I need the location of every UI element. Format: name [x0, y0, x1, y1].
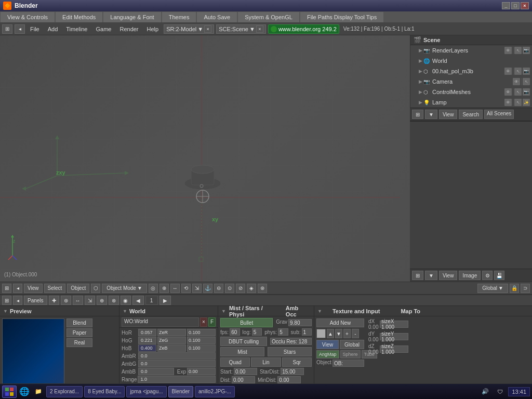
panel-icon-4[interactable]: ⇲	[85, 296, 95, 305]
taskbar-folder-icon[interactable]: 📁	[32, 385, 45, 398]
props-view-btn[interactable]: View	[439, 271, 458, 280]
select-icon-hat[interactable]: ↖	[514, 68, 522, 75]
menu-render[interactable]: Render	[116, 26, 141, 32]
panel-icon-1[interactable]: ✚	[49, 296, 59, 305]
add-new-btn[interactable]: Add New	[316, 318, 364, 327]
phys-field[interactable]: 5	[278, 328, 288, 336]
sqr-btn[interactable]: Sqr	[282, 357, 312, 367]
eye-icon-cam[interactable]: 👁	[513, 78, 520, 85]
start-button[interactable]	[2, 385, 17, 398]
sub-field[interactable]: 1	[302, 328, 312, 336]
menu-game[interactable]: Game	[92, 26, 114, 32]
sphere-btn[interactable]: Sphere	[340, 350, 361, 358]
object-menu-btn[interactable]: Object	[67, 284, 89, 293]
outliner-item-hat[interactable]: ▶ ⬡ 00.hat_pol_m3b 👁 ↖ 📷	[410, 66, 532, 76]
hor-r-slider[interactable]: 0.057	[138, 329, 156, 336]
stardist-field[interactable]: 15.00	[281, 368, 304, 375]
tex-swatch-1[interactable]	[316, 329, 326, 338]
menu-help[interactable]: Help	[144, 26, 162, 32]
ambg-slider[interactable]: 0.0	[138, 360, 216, 367]
taskbar-ie-icon[interactable]: 🌐	[18, 385, 31, 398]
range-slider[interactable]: 1.0	[138, 376, 216, 383]
render-icon[interactable]: 📷	[523, 47, 530, 54]
tex-dn-btn[interactable]: ▼	[335, 329, 342, 338]
view-menu-btn[interactable]: View	[24, 284, 43, 293]
exp-slider[interactable]: 0.00	[187, 368, 216, 375]
expand-icon[interactable]: ◂	[15, 24, 25, 34]
outliner-item-renderlayers[interactable]: ▶ 📷 RenderLayers 👁 ↖ 📷	[410, 45, 532, 56]
editor-type-icon[interactable]: ⊞	[2, 24, 12, 34]
stars-btn[interactable]: Stars	[268, 347, 312, 356]
snap-icon[interactable]: 🔒	[510, 284, 519, 293]
mode-icon-4[interactable]: ⟲	[181, 284, 191, 293]
select-icon-lamp[interactable]: ↖	[514, 99, 522, 106]
blend-btn[interactable]: Blend	[66, 318, 92, 327]
arrow-icon-cam[interactable]: ↖	[523, 78, 530, 85]
paper-btn[interactable]: Paper	[66, 328, 92, 337]
viewport-3d[interactable]: zxy xy (1) Object.000 Z	[0, 35, 410, 282]
start-field[interactable]: 0.00	[234, 368, 257, 375]
mindist-field[interactable]: 0.00	[277, 376, 301, 383]
view-dropdown[interactable]: ▼	[425, 110, 437, 119]
real-btn[interactable]: Real	[66, 338, 92, 347]
maximize-button[interactable]: □	[511, 2, 520, 9]
zeg-slider[interactable]: ZeG	[157, 337, 186, 344]
global-btn[interactable]: Global	[340, 340, 364, 349]
panel-icon-6[interactable]: ⊗	[109, 296, 119, 305]
tex-plus-btn[interactable]: +	[343, 329, 351, 338]
taskbar-security-icon[interactable]: 🛡	[494, 385, 506, 398]
props-save-btn[interactable]: 💾	[494, 271, 504, 280]
render-icon-cm[interactable]: 📷	[523, 88, 530, 96]
sizez-field[interactable]: sizeZ 1.000	[380, 345, 408, 353]
hob-slider[interactable]: 0.400	[138, 344, 156, 352]
select-menu-btn[interactable]: Select	[44, 284, 66, 293]
select-icon[interactable]: ↖	[514, 47, 522, 54]
taskbar-task-explorer[interactable]: 2 Explorad...	[46, 386, 83, 397]
hog-slider[interactable]: 0.221	[138, 337, 156, 344]
mode-icon-2[interactable]: ⊕	[159, 284, 169, 293]
proportional-icon[interactable]: ⊃	[521, 284, 530, 293]
props-settings-btn[interactable]: ⚙	[482, 271, 493, 280]
tex-up-btn[interactable]: ▲	[327, 329, 334, 338]
taskbar-task-anillo[interactable]: anillo2.JPG-...	[195, 386, 235, 397]
zeg-val[interactable]: 0.100	[187, 337, 216, 344]
eye-icon[interactable]: 👁	[504, 47, 512, 54]
zer-slider[interactable]: ZeR	[157, 329, 186, 336]
world-name-field[interactable]: WO:World	[122, 317, 199, 327]
dbut-btn[interactable]: DBUT culling	[220, 337, 267, 346]
panel-next[interactable]: ▶	[159, 296, 171, 305]
object-mode-dropdown[interactable]: Object Mode ▼	[102, 284, 147, 293]
render-icon-hat[interactable]: 📷	[523, 68, 530, 75]
window-controls[interactable]: _ □ ×	[502, 2, 529, 9]
tab-edit-methods[interactable]: Edit Methods	[56, 12, 102, 22]
panels-expand-icon[interactable]: ◂	[13, 296, 22, 305]
mode-icon-9[interactable]: ⊘	[236, 284, 245, 293]
sce-close[interactable]: ×	[256, 25, 263, 33]
panel-prev[interactable]: ◀	[132, 296, 144, 305]
ob-field[interactable]: OB:	[332, 360, 364, 367]
mode-icon-6[interactable]: ⚓	[203, 284, 212, 293]
object-mode-icon[interactable]: ⬡	[91, 284, 100, 293]
props-image-btn[interactable]: Image	[459, 271, 481, 280]
grav-field[interactable]: 609.80	[288, 319, 312, 326]
sce-selector[interactable]: SCE:Scene ▼ ×	[216, 24, 266, 34]
zer-val[interactable]: 0.100	[187, 329, 216, 336]
eye-icon-lamp[interactable]: 👁	[504, 99, 512, 106]
mode-expand-icon[interactable]: ◂	[13, 284, 22, 293]
panel-icon-2[interactable]: ⊛	[61, 296, 71, 305]
quad-btn[interactable]: Quad	[220, 357, 250, 367]
mode-icon-7[interactable]: ⊖	[214, 284, 223, 293]
menu-file[interactable]: File	[27, 26, 43, 32]
world-f-button[interactable]: F	[208, 317, 216, 327]
tex-minus-btn[interactable]: -	[352, 329, 359, 338]
sizex-field[interactable]: sizeX 1.000	[380, 321, 408, 328]
mode-icon-1[interactable]: ◎	[149, 284, 158, 293]
taskbar-task-jpma[interactable]: jpma <jpagu...	[126, 386, 166, 397]
outliner-item-controlmeshes[interactable]: ▶ ⬡ ControlMeshes 👁 ↖ 📷	[410, 87, 532, 97]
scenes-select[interactable]: All Scenes	[484, 110, 514, 119]
minimize-button[interactable]: _	[502, 2, 510, 9]
mode-editor-icon[interactable]: ⊞	[2, 284, 11, 293]
select-icon-cm[interactable]: ↖	[514, 88, 522, 96]
angmap-btn[interactable]: AngMap	[316, 350, 339, 358]
view-btn[interactable]: View	[316, 340, 339, 349]
